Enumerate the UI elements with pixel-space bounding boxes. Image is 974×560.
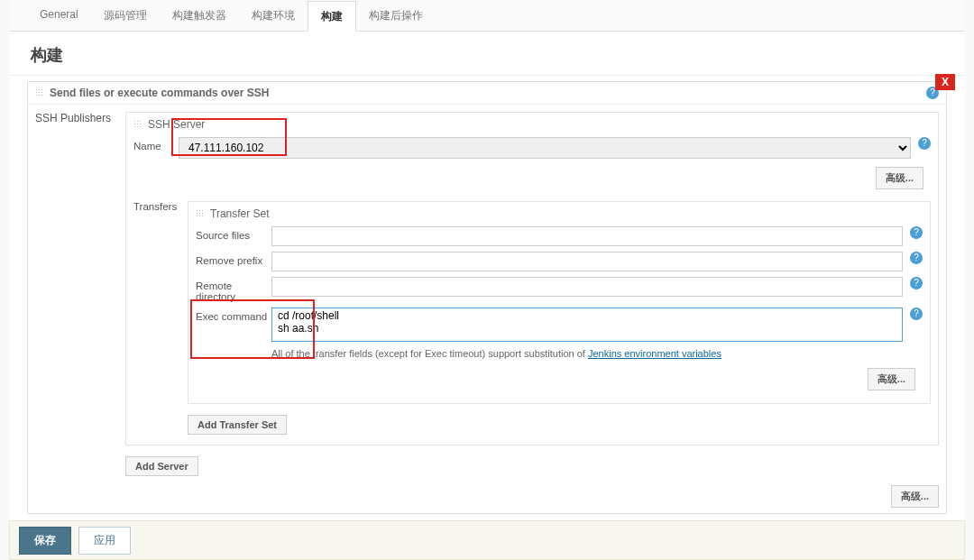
note-text: All of the transfer fields (except for E… bbox=[271, 348, 588, 359]
ssh-server-advanced-row: 高级... bbox=[133, 161, 931, 195]
exec-command-input[interactable] bbox=[271, 308, 903, 342]
footer-bar: 保存 应用 bbox=[9, 520, 965, 560]
publishers-row: SSH Publishers SSH Server Name 47.11 bbox=[28, 105, 946, 480]
help-icon[interactable]: ? bbox=[910, 252, 923, 264]
ssh-server-title: SSH Server bbox=[148, 118, 205, 131]
apply-button[interactable]: 应用 bbox=[78, 527, 131, 555]
advanced-button[interactable]: 高级... bbox=[868, 368, 915, 390]
publishers-label: SSH Publishers bbox=[35, 108, 125, 476]
add-server-button[interactable]: Add Server bbox=[125, 456, 198, 476]
substitution-note: All of the transfer fields (except for E… bbox=[271, 344, 923, 363]
remove-prefix-input[interactable] bbox=[271, 252, 903, 271]
help-icon[interactable]: ? bbox=[910, 277, 923, 289]
tab-env[interactable]: 构建环境 bbox=[239, 1, 308, 32]
build-content: X Send files or execute commands over SS… bbox=[9, 76, 965, 527]
close-icon[interactable]: X bbox=[935, 74, 955, 90]
ssh-step-card: X Send files or execute commands over SS… bbox=[27, 81, 947, 514]
config-tabs: General 源码管理 构建触发器 构建环境 构建 构建后操作 bbox=[9, 0, 965, 32]
env-vars-link[interactable]: Jenkins environment variables bbox=[588, 348, 721, 359]
ssh-name-label: Name bbox=[133, 137, 179, 151]
page-root: General 源码管理 构建触发器 构建环境 构建 构建后操作 构建 X Se… bbox=[0, 0, 974, 560]
card-title: Send files or execute commands over SSH bbox=[50, 87, 269, 99]
ssh-name-select[interactable]: 47.111.160.102 bbox=[179, 137, 911, 159]
exec-command-label: Exec command bbox=[196, 308, 271, 322]
remote-dir-label: Remote directory bbox=[196, 277, 271, 302]
help-icon[interactable]: ? bbox=[910, 226, 923, 239]
add-transfer-set-button[interactable]: Add Transfer Set bbox=[188, 415, 287, 435]
transfer-set-title: Transfer Set bbox=[210, 207, 270, 220]
section-title: 构建 bbox=[9, 32, 965, 76]
drag-handle-icon[interactable] bbox=[133, 120, 142, 129]
ssh-server-panel: SSH Server Name 47.111.160.102 ? bbox=[125, 112, 939, 445]
advanced-button[interactable]: 高级... bbox=[876, 167, 923, 189]
drag-handle-icon[interactable] bbox=[196, 209, 205, 218]
transfers-label: Transfers bbox=[133, 197, 188, 212]
tab-build[interactable]: 构建 bbox=[308, 1, 356, 32]
transfer-set-panel: Transfer Set Source files ? Remove prefi… bbox=[188, 201, 931, 404]
help-icon[interactable]: ? bbox=[918, 137, 931, 150]
source-files-label: Source files bbox=[196, 226, 271, 241]
card-header: Send files or execute commands over SSH … bbox=[28, 82, 946, 105]
remove-prefix-label: Remove prefix bbox=[196, 252, 271, 266]
help-icon[interactable]: ? bbox=[910, 308, 923, 320]
advanced-button[interactable]: 高级... bbox=[891, 485, 939, 508]
tab-scm[interactable]: 源码管理 bbox=[91, 1, 160, 32]
drag-handle-icon[interactable] bbox=[35, 88, 44, 97]
tab-general[interactable]: General bbox=[27, 1, 91, 32]
save-button[interactable]: 保存 bbox=[19, 527, 71, 555]
tab-triggers[interactable]: 构建触发器 bbox=[160, 1, 239, 32]
source-files-input[interactable] bbox=[271, 226, 903, 246]
ssh-server-header: SSH Server bbox=[133, 116, 931, 134]
tab-postbuild[interactable]: 构建后操作 bbox=[356, 1, 436, 32]
remote-dir-input[interactable] bbox=[271, 277, 903, 297]
